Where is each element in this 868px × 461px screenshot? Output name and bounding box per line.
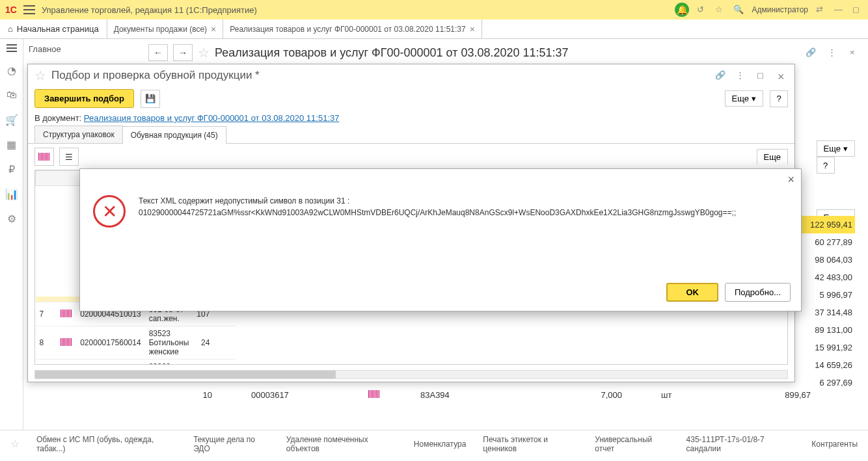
in-document-label: В документ: [34, 113, 81, 123]
amount-cell: 6 297,69 [796, 374, 855, 391]
tab-label: Документы продажи (все) [114, 25, 207, 34]
restore-icon[interactable]: ◻ [757, 70, 767, 81]
settings-icon[interactable]: ⇄ [816, 5, 826, 15]
amount-cell: 37 314,48 [796, 304, 855, 321]
details-button[interactable]: Подробно... [725, 283, 791, 302]
close-icon[interactable]: × [787, 173, 794, 187]
app-title: Управление торговлей, редакция 11 (1С:Пр… [42, 5, 669, 15]
title-bar: 1C Управление торговлей, редакция 11 (1С… [0, 0, 868, 20]
close-icon[interactable]: × [850, 47, 860, 58]
warehouse-icon[interactable]: ▦ [5, 138, 18, 151]
user-label[interactable]: Администратор [752, 5, 808, 14]
tab-home[interactable]: ⌂ Начальная страница [0, 20, 107, 38]
help-button[interactable]: ? [817, 157, 835, 174]
more-button[interactable]: Еще ▾ [817, 140, 855, 157]
money-icon[interactable]: ₽ [5, 163, 18, 176]
chart-icon[interactable]: ◔ [5, 64, 18, 77]
maximize-icon[interactable]: ◻ [852, 5, 863, 15]
amount-cell: 122 959,41 [796, 216, 855, 233]
amount-cell: 98 064,03 [796, 251, 855, 269]
footer-links: ☆ Обмен с ИС МП (обувь, одежда, табак...… [0, 430, 868, 457]
tab-package-structure[interactable]: Структура упаковок [34, 125, 123, 143]
table-row[interactable]: 10 00003617 83А394 7,000 шт 899,67 [173, 390, 856, 400]
tab-home-label: Начальная страница [17, 24, 99, 34]
back-button[interactable]: ← [148, 44, 168, 61]
forward-button[interactable]: → [173, 44, 193, 61]
tabs-bar: ⌂ Начальная страница Документы продажи (… [0, 20, 868, 39]
list-icon[interactable]: ☰ [59, 148, 79, 166]
footer-link[interactable]: Обмен с ИС МП (обувь, одежда, табак...) [36, 435, 176, 453]
sidebar: ◔ 🛍 🛒 ▦ ₽ 📊 ⚙ [0, 39, 23, 430]
amount-cell: 15 991,92 [796, 339, 855, 356]
favorite-star-icon[interactable]: ☆ [34, 68, 46, 83]
error-icon: ✕ [93, 195, 126, 228]
finish-selection-button[interactable]: Завершить подбор [34, 89, 134, 108]
error-message: Текст XML содержит недопустимый символ в… [139, 195, 736, 218]
more-button[interactable]: Еще ▾ [725, 90, 763, 107]
history-icon[interactable]: ↺ [697, 5, 707, 15]
close-icon[interactable]: × [778, 70, 788, 81]
barcode-icon [368, 390, 380, 398]
minimize-icon[interactable]: — [834, 5, 845, 15]
footer-link[interactable]: Удаление помеченных объектов [286, 435, 397, 453]
footer-link[interactable]: Контрагенты [811, 440, 858, 449]
gear-icon[interactable]: ⚙ [5, 212, 18, 225]
link-icon[interactable]: 🔗 [806, 47, 816, 58]
footer-link[interactable]: Текущие дела по ЭДО [193, 435, 269, 453]
document-title: Реализация товаров и услуг ФГ00-000001 о… [215, 46, 569, 60]
amount-cell: 42 483,00 [796, 269, 855, 286]
star-icon[interactable]: ☆ [715, 5, 726, 15]
amount-cell: 60 277,89 [796, 233, 855, 251]
more-button[interactable]: Еще [757, 149, 788, 165]
bag-icon[interactable]: 🛍 [5, 88, 18, 101]
tab-documents[interactable]: Документы продажи (все) × [107, 20, 224, 38]
in-document-link[interactable]: Реализация товаров и услуг ФГ00-000001 о… [84, 113, 340, 123]
barcode-icon[interactable] [34, 148, 54, 166]
horizontal-scrollbar[interactable] [34, 370, 788, 379]
notifications-icon[interactable]: 🔔 [675, 3, 689, 17]
favorite-star-icon[interactable]: ☆ [198, 45, 210, 60]
chevron-down-icon: ▾ [752, 94, 756, 103]
stats-icon[interactable]: 📊 [5, 187, 18, 200]
logo-1c: 1C [5, 5, 17, 15]
close-icon[interactable]: × [470, 24, 475, 34]
ok-button[interactable]: OK [666, 283, 718, 302]
inner-window-title: Подбор и проверка обувной продукции * [51, 69, 705, 82]
close-icon[interactable]: × [211, 24, 216, 34]
link-icon[interactable]: 🔗 [715, 70, 726, 81]
tab-label: Реализация товаров и услуг ФГ00-000001 о… [230, 25, 465, 34]
help-button[interactable]: ? [770, 90, 788, 107]
home-icon: ⌂ [8, 24, 13, 34]
chevron-down-icon: ▾ [843, 144, 848, 153]
kebab-icon[interactable]: ⋮ [736, 70, 746, 81]
tab-realization[interactable]: Реализация товаров и услуг ФГ00-000001 о… [223, 20, 482, 38]
sidebar-menu-icon[interactable] [7, 44, 17, 52]
amount-cell: 5 996,97 [796, 286, 855, 304]
star-icon[interactable]: ☆ [10, 438, 20, 450]
kebab-icon[interactable]: ⋮ [828, 47, 838, 58]
tab-shoe-products[interactable]: Обувная продукция (45) [122, 126, 226, 144]
footer-link[interactable]: Номенклатура [414, 440, 467, 449]
amount-cell: 89 131,00 [796, 321, 855, 339]
footer-link[interactable]: Универсальный отчет [595, 435, 669, 453]
error-dialog: × ✕ Текст XML содержит недопустимый симв… [79, 168, 802, 311]
footer-link[interactable]: Печать этикеток и ценников [483, 435, 578, 453]
cart-icon[interactable]: 🛒 [5, 113, 18, 126]
save-icon[interactable]: 💾 [141, 90, 160, 108]
amounts-column: 122 959,41 60 277,89 98 064,03 42 483,00… [796, 216, 855, 391]
amount-cell: 14 659,26 [796, 356, 855, 374]
footer-link[interactable]: 435-111РТ-17s-01/8-7 сандалии [686, 435, 795, 453]
menu-icon[interactable] [23, 5, 35, 14]
search-icon[interactable]: 🔍 [733, 5, 744, 15]
document-header: ← → ☆ Реализация товаров и услуг ФГ00-00… [148, 44, 860, 61]
